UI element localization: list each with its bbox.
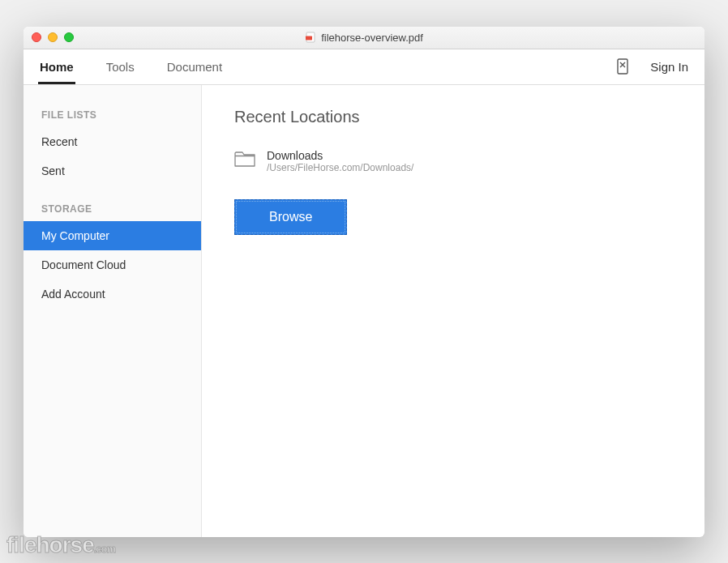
tab-tools-label: Tools	[106, 60, 135, 74]
sidebar-item-document-cloud[interactable]: Document Cloud	[24, 250, 201, 279]
minimize-window-button[interactable]	[48, 32, 58, 42]
titlebar[interactable]: filehorse-overview.pdf	[24, 27, 704, 49]
app-window: filehorse-overview.pdf Home Tools Docume…	[24, 27, 704, 537]
tab-tools[interactable]: Tools	[90, 49, 151, 84]
tab-home-label: Home	[40, 60, 74, 74]
sidebar-item-label: Add Account	[41, 288, 105, 301]
sidebar-item-label: Sent	[41, 164, 65, 177]
location-name: Downloads	[267, 149, 413, 162]
sidebar-item-sent[interactable]: Sent	[24, 156, 201, 186]
sign-in-label: Sign In	[650, 60, 688, 74]
sidebar-item-recent[interactable]: Recent	[24, 127, 201, 156]
window-controls	[24, 32, 74, 42]
sidebar-item-my-computer[interactable]: My Computer	[24, 221, 201, 250]
toolbar-tabs: Home Tools Document	[24, 49, 238, 84]
sign-in-button[interactable]: Sign In	[642, 60, 696, 74]
main-panel: Recent Locations Downloads /Users/FileHo…	[202, 85, 704, 537]
svg-rect-1	[306, 36, 312, 41]
window-title: filehorse-overview.pdf	[24, 32, 704, 44]
tab-document-label: Document	[167, 60, 222, 74]
browse-button-label: Browse	[269, 210, 312, 224]
sidebar-section-header-file-lists: FILE LISTS	[24, 101, 201, 127]
window-title-text: filehorse-overview.pdf	[321, 32, 423, 44]
sidebar: FILE LISTS Recent Sent STORAGE My Comput…	[24, 85, 202, 537]
sidebar-item-add-account[interactable]: Add Account	[24, 279, 201, 309]
location-path: /Users/FileHorse.com/Downloads/	[267, 162, 413, 173]
sidebar-item-label: Document Cloud	[41, 258, 126, 271]
browse-button[interactable]: Browse	[234, 199, 347, 235]
content-area: FILE LISTS Recent Sent STORAGE My Comput…	[24, 85, 704, 537]
sidebar-section-header-storage: STORAGE	[24, 195, 201, 221]
location-row[interactable]: Downloads /Users/FileHorse.com/Downloads…	[234, 146, 672, 177]
tab-home[interactable]: Home	[24, 49, 90, 84]
page-heading: Recent Locations	[234, 108, 672, 126]
location-text: Downloads /Users/FileHorse.com/Downloads…	[267, 149, 413, 173]
mobile-link-icon[interactable]	[616, 58, 629, 75]
maximize-window-button[interactable]	[64, 32, 74, 42]
watermark-suffix: .com	[94, 543, 115, 555]
svg-rect-2	[618, 59, 627, 74]
pdf-file-icon	[305, 32, 316, 43]
folder-icon	[234, 150, 255, 171]
sidebar-item-label: Recent	[41, 135, 77, 148]
top-toolbar: Home Tools Document Sign In	[24, 49, 704, 85]
tab-document[interactable]: Document	[151, 49, 238, 84]
svg-rect-0	[306, 32, 315, 42]
close-window-button[interactable]	[32, 32, 41, 42]
sidebar-item-label: My Computer	[41, 229, 109, 242]
